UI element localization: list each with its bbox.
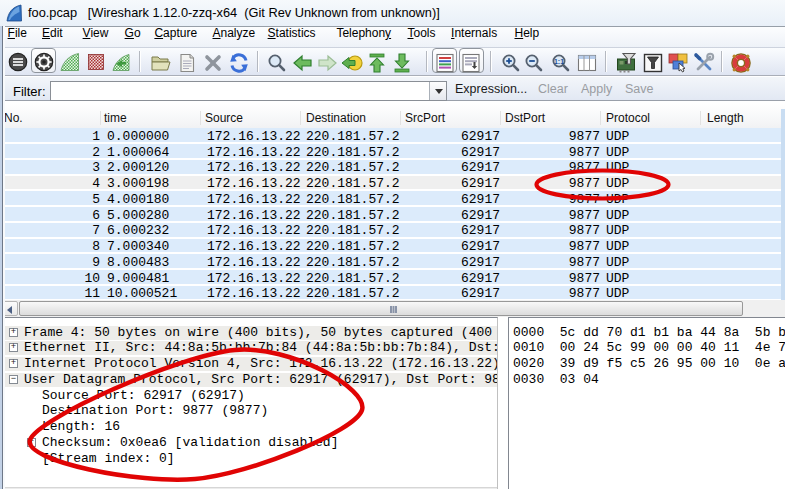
svg-text:1:1: 1:1 (554, 58, 564, 65)
